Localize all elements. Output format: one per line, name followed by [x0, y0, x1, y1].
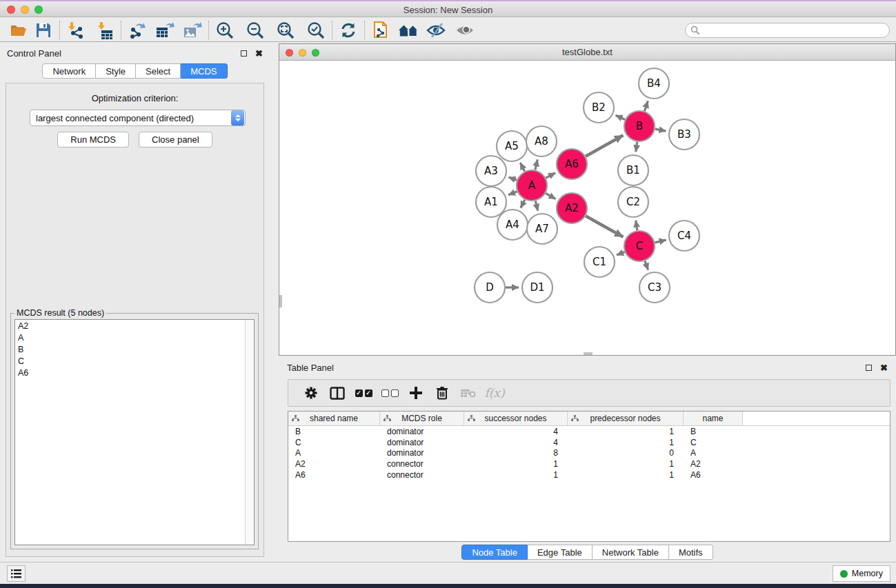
column-header-name[interactable]: name: [684, 412, 743, 425]
import-network-icon[interactable]: [66, 21, 86, 40]
table-row[interactable]: Bdominator41B: [288, 426, 890, 437]
hide-details-icon[interactable]: [426, 21, 446, 40]
canvas-vscroll-thumb[interactable]: [279, 295, 282, 307]
refresh-icon[interactable]: [338, 21, 359, 40]
search-input[interactable]: [685, 23, 890, 38]
table-cell[interactable]: C: [684, 437, 743, 448]
open-file-icon[interactable]: [8, 21, 29, 40]
mcds-result-list[interactable]: A2ABCA6: [14, 319, 255, 545]
float-panel-icon[interactable]: [241, 50, 247, 57]
graph-edge-B-B3[interactable]: [655, 129, 666, 131]
table-row[interactable]: A6connector11A6: [288, 469, 890, 480]
network-graph[interactable]: AA1A3A4A5A7A8A6A2BB1B2B3B4CC1C2C3C4DD1: [279, 61, 895, 355]
run-mcds-button[interactable]: Run MCDS: [57, 132, 129, 148]
graph-edge-A-A7[interactable]: [535, 201, 537, 210]
table-cell[interactable]: 4: [464, 426, 568, 437]
table-cell[interactable]: 1: [464, 458, 568, 469]
split-panel-icon[interactable]: [324, 383, 350, 403]
graph-edge-A-A2[interactable]: [546, 193, 556, 199]
export-network-icon[interactable]: [127, 21, 148, 40]
graph-edge-A-A1[interactable]: [508, 192, 517, 195]
table-cell[interactable]: 8: [464, 448, 568, 459]
show-details-icon[interactable]: [455, 21, 475, 40]
float-table-panel-icon[interactable]: [866, 365, 872, 371]
table-cell[interactable]: C: [288, 437, 380, 448]
tab-mcds[interactable]: MCDS: [181, 63, 227, 79]
table-cell[interactable]: B: [684, 426, 743, 437]
graph-edge-A-A6[interactable]: [546, 173, 555, 178]
zoom-fit-icon[interactable]: [275, 21, 296, 40]
graph-edge-A-A4[interactable]: [521, 200, 525, 208]
table-cell[interactable]: 0: [568, 448, 684, 459]
mcds-result-item[interactable]: A6: [15, 367, 254, 378]
table-cell[interactable]: 1: [568, 469, 684, 480]
table-cell[interactable]: dominator: [380, 437, 464, 448]
table-cell[interactable]: 1: [568, 458, 684, 469]
import-table-icon[interactable]: [94, 21, 115, 40]
table-cell[interactable]: A6: [288, 469, 380, 480]
table-cell[interactable]: A6: [684, 469, 743, 480]
save-icon[interactable]: [33, 21, 54, 40]
graph-edge-B-B4[interactable]: [644, 101, 648, 112]
graph-edge-C-C1[interactable]: [617, 252, 625, 255]
table-cell[interactable]: connector: [380, 469, 464, 480]
graph-edge-A-A8[interactable]: [535, 159, 537, 170]
graph-edge-B-B1[interactable]: [636, 142, 637, 152]
tab-network[interactable]: Network: [42, 63, 96, 79]
graph-edge-C-C4[interactable]: [655, 240, 666, 243]
table-row[interactable]: Cdominator41C: [288, 437, 890, 448]
column-header-successor-nodes[interactable]: successor nodes: [464, 412, 568, 425]
tab-select[interactable]: Select: [136, 63, 181, 79]
graph-edge-A6-B[interactable]: [586, 135, 623, 156]
node-table[interactable]: shared nameMCDS rolesuccessor nodesprede…: [288, 411, 890, 542]
tab-motifs[interactable]: Motifs: [669, 545, 713, 560]
column-header-predecessor-nodes[interactable]: predecessor nodes: [568, 412, 684, 425]
table-cell[interactable]: 4: [464, 437, 568, 448]
mcds-result-item[interactable]: A: [15, 332, 254, 343]
criterion-select[interactable]: largest connected component (directed): [30, 110, 246, 126]
table-cell[interactable]: A: [288, 448, 380, 459]
add-column-icon[interactable]: [403, 383, 429, 403]
delete-rows-icon[interactable]: [429, 383, 455, 403]
graph-edge-A2-C[interactable]: [586, 216, 623, 237]
graph-edge-A-A3[interactable]: [508, 177, 517, 180]
graph-edge-C-C3[interactable]: [645, 261, 648, 270]
close-panel-icon[interactable]: ✖: [255, 49, 263, 58]
close-table-panel-icon[interactable]: ✖: [880, 363, 888, 372]
table-cell[interactable]: A2: [288, 458, 380, 469]
table-cell[interactable]: dominator: [380, 448, 464, 459]
export-image-icon[interactable]: [182, 21, 203, 40]
zoom-out-icon[interactable]: [245, 21, 266, 40]
mcds-result-item[interactable]: C: [15, 355, 254, 367]
scrollbar-track[interactable]: [245, 320, 254, 545]
tab-node-table[interactable]: Node Table: [461, 545, 528, 560]
mcds-result-item[interactable]: A2: [15, 320, 254, 332]
memory-button[interactable]: Memory: [833, 565, 890, 582]
column-header-MCDS-role[interactable]: MCDS role: [380, 412, 464, 425]
table-cell[interactable]: A2: [684, 458, 743, 469]
task-history-button[interactable]: [7, 565, 26, 582]
export-table-icon[interactable]: [155, 21, 175, 40]
settings-gear-icon[interactable]: [298, 383, 324, 403]
network-window-titlebar[interactable]: testGlobe.txt: [279, 44, 895, 61]
home-icon[interactable]: [398, 21, 419, 40]
close-panel-button[interactable]: Close panel: [139, 132, 212, 148]
graph-edge-C-C2[interactable]: [636, 221, 637, 230]
duplicate-network-icon[interactable]: [370, 21, 391, 40]
table-cell[interactable]: connector: [380, 458, 464, 469]
table-cell[interactable]: A: [684, 448, 743, 459]
column-header-shared-name[interactable]: shared name: [288, 412, 380, 425]
mcds-result-item[interactable]: B: [15, 343, 254, 355]
table-cell[interactable]: 1: [568, 437, 684, 448]
zoom-in-icon[interactable]: [215, 21, 235, 40]
graph-edge-B-B2[interactable]: [616, 115, 626, 119]
zoom-selected-icon[interactable]: [306, 21, 326, 40]
select-all-icon[interactable]: ✓✓: [350, 383, 377, 403]
graph-edge-A-A5[interactable]: [520, 163, 524, 171]
network-canvas[interactable]: AA1A3A4A5A7A8A6A2BB1B2B3B4CC1C2C3C4DD1: [279, 61, 895, 355]
tab-edge-table[interactable]: Edge Table: [528, 545, 593, 560]
table-cell[interactable]: dominator: [380, 426, 464, 437]
table-cell[interactable]: B: [288, 426, 380, 437]
deselect-all-icon[interactable]: [377, 383, 403, 403]
tab-network-table[interactable]: Network Table: [593, 545, 669, 560]
